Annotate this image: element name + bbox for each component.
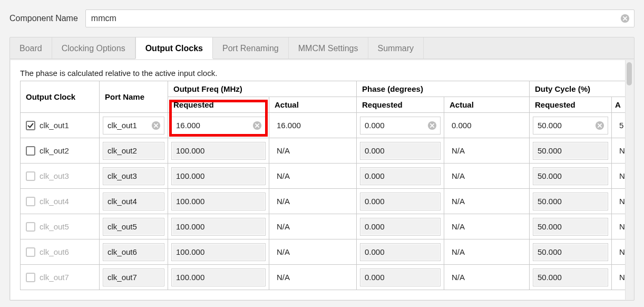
- col-phase-actual: Actual: [444, 97, 530, 113]
- freq-actual-value: N/A: [272, 222, 290, 231]
- freq-actual-value: N/A: [272, 146, 290, 155]
- table-row: clk_out5N/AN/AN: [21, 214, 627, 239]
- phase-actual-value: N/A: [447, 197, 465, 206]
- enable-clock-checkbox: [26, 273, 35, 282]
- table-row: clk_out4N/AN/AN: [21, 189, 627, 214]
- enable-clock-checkbox[interactable]: [26, 146, 35, 156]
- phase-actual-value: N/A: [447, 146, 465, 155]
- scroll-thumb[interactable]: [627, 62, 632, 85]
- table-row: clk_out6N/AN/AN: [21, 239, 627, 265]
- duty-requested-input[interactable]: [533, 143, 608, 158]
- table-row: clk_out116.0000.0005: [21, 113, 627, 138]
- freq-requested-input[interactable]: [172, 143, 265, 158]
- tab-board[interactable]: Board: [10, 37, 52, 59]
- tab-body-output-clocks: The phase is calculated relative to the …: [11, 60, 633, 300]
- component-name-row: Component Name: [9, 9, 635, 27]
- clear-icon[interactable]: [151, 121, 161, 130]
- col-freq-requested: Requested: [168, 97, 269, 113]
- phase-actual-value: N/A: [447, 247, 465, 256]
- tab-strip: BoardClocking OptionsOutput ClocksPort R…: [10, 37, 634, 59]
- duty-actual-value: N: [615, 247, 625, 256]
- col-phase-requested: Requested: [357, 97, 444, 113]
- output-clock-name: clk_out5: [40, 222, 69, 231]
- clear-icon[interactable]: [252, 121, 262, 130]
- clear-icon[interactable]: [620, 14, 630, 23]
- phase-requested-input[interactable]: [360, 143, 440, 158]
- duty-actual-value: N: [615, 222, 625, 231]
- output-clocks-table: Output Clock Port Name Output Freq (MHz)…: [20, 81, 627, 290]
- output-clock-name: clk_out3: [40, 171, 69, 180]
- freq-actual-value: N/A: [272, 247, 290, 256]
- clear-icon[interactable]: [427, 121, 437, 130]
- output-clock-name: clk_out4: [40, 197, 69, 206]
- port-name-input[interactable]: [103, 270, 164, 285]
- phase-requested-input[interactable]: [360, 219, 440, 234]
- freq-actual-value: N/A: [272, 273, 290, 282]
- duty-requested-input[interactable]: [533, 270, 608, 285]
- tab-output-clocks[interactable]: Output Clocks: [135, 37, 213, 59]
- phase-actual-value: N/A: [447, 171, 465, 180]
- component-name-input[interactable]: [86, 11, 634, 26]
- phase-actual-value: N/A: [447, 222, 465, 231]
- vertical-scrollbar[interactable]: [625, 60, 633, 300]
- output-clock-name: clk_out7: [40, 273, 69, 282]
- duty-requested-input[interactable]: [533, 168, 608, 184]
- enable-clock-checkbox: [26, 222, 35, 232]
- freq-actual-value: N/A: [272, 171, 290, 180]
- duty-actual-value: N: [615, 146, 625, 155]
- freq-requested-input[interactable]: [172, 168, 265, 184]
- component-name-label: Component Name: [9, 14, 85, 23]
- enable-clock-checkbox: [26, 247, 35, 257]
- phase-actual-value: 0.000: [447, 121, 472, 130]
- table-row: clk_out3N/AN/AN: [21, 164, 627, 189]
- duty-requested-input[interactable]: [533, 244, 608, 260]
- duty-actual-value: N: [615, 171, 625, 180]
- col-output-freq: Output Freq (MHz): [168, 81, 357, 97]
- duty-requested-input[interactable]: [533, 219, 608, 234]
- col-duty: Duty Cycle (%): [530, 81, 627, 97]
- table-row: clk_out2N/AN/AN: [21, 138, 627, 164]
- freq-requested-input[interactable]: [172, 219, 265, 234]
- phase-requested-input[interactable]: [360, 244, 440, 260]
- freq-requested-input[interactable]: [172, 270, 265, 285]
- duty-actual-value: 5: [615, 121, 623, 130]
- enable-clock-checkbox[interactable]: [26, 121, 35, 130]
- phase-note: The phase is calculated relative to the …: [20, 69, 613, 78]
- tab-port-renaming[interactable]: Port Renaming: [213, 37, 289, 59]
- duty-actual-value: N: [615, 273, 625, 282]
- enable-clock-checkbox: [26, 197, 35, 206]
- col-duty-requested: Requested: [530, 97, 612, 113]
- freq-requested-input[interactable]: [172, 244, 265, 260]
- port-name-input[interactable]: [103, 143, 164, 158]
- tab-summary[interactable]: Summary: [368, 37, 424, 59]
- output-clock-name: clk_out2: [40, 146, 69, 155]
- phase-requested-input[interactable]: [360, 270, 440, 285]
- output-clock-name: clk_out1: [40, 121, 69, 130]
- component-name-field[interactable]: [85, 9, 635, 27]
- config-panel: BoardClocking OptionsOutput ClocksPort R…: [9, 37, 635, 301]
- freq-requested-input[interactable]: [172, 118, 265, 133]
- port-name-input[interactable]: [103, 168, 164, 184]
- tab-clocking-options[interactable]: Clocking Options: [52, 37, 135, 59]
- phase-requested-input[interactable]: [360, 194, 440, 209]
- phase-actual-value: N/A: [447, 273, 465, 282]
- col-output-clock: Output Clock: [21, 81, 100, 113]
- phase-requested-input[interactable]: [360, 168, 440, 184]
- port-name-input[interactable]: [103, 194, 164, 209]
- duty-requested-input[interactable]: [533, 194, 608, 209]
- freq-actual-value: N/A: [272, 197, 290, 206]
- enable-clock-checkbox: [26, 171, 35, 181]
- duty-actual-value: N: [615, 197, 625, 206]
- tab-mmcm-settings[interactable]: MMCM Settings: [289, 37, 368, 59]
- clear-icon[interactable]: [595, 121, 604, 130]
- table-row: clk_out7N/AN/AN: [21, 265, 627, 290]
- port-name-input[interactable]: [103, 219, 164, 234]
- col-port-name: Port Name: [100, 81, 168, 113]
- freq-actual-value: 16.000: [272, 121, 301, 130]
- port-name-input[interactable]: [103, 244, 164, 260]
- col-duty-actual: A: [612, 97, 627, 113]
- col-phase: Phase (degrees): [357, 81, 530, 97]
- freq-requested-input[interactable]: [172, 194, 265, 209]
- output-clock-name: clk_out6: [40, 247, 69, 256]
- col-freq-actual: Actual: [269, 97, 357, 113]
